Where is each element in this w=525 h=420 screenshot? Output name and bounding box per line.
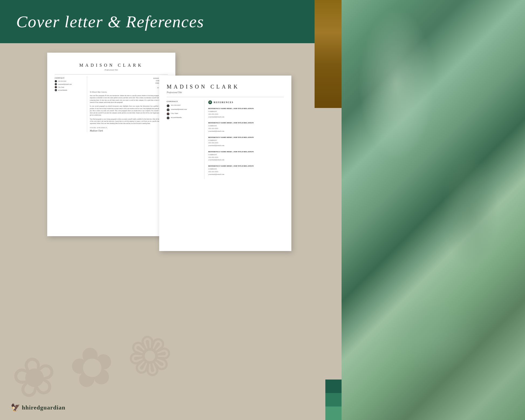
phone-icon: 📞 <box>55 80 57 82</box>
contact-location: 📍 City, State <box>55 86 85 88</box>
ref-phone-row: 📞 333.333.3333 <box>167 104 202 107</box>
ref-3-company: COMPANY <box>208 139 284 142</box>
references-divider <box>167 97 284 97</box>
recipient-address: STREET ADDRESS <box>90 82 168 84</box>
cover-letter-name: MADISON CLARK <box>55 63 168 68</box>
brown-strip <box>315 0 342 108</box>
ref-entry-1: REFERENCE NAME HERE | JOB TITLE/RELATION… <box>208 107 284 118</box>
logo-icon: 🦅 <box>11 403 20 412</box>
recipient-department: HUMAN RESOURCES <box>90 77 168 80</box>
cover-letter-columns: CONTACT 📞 333.333.3333 ✉ youremail@email… <box>55 76 168 132</box>
ref-5-name-title: REFERENCE NAME HERE | JOB TITLE/RELATION <box>208 165 284 167</box>
color-swatches <box>325 380 342 420</box>
ref-4-phone: 333-333-3333 <box>208 156 284 159</box>
email-icon: ✉ <box>55 83 57 85</box>
body-para-1: Start your first paragraph off with your… <box>90 94 168 103</box>
marble-background <box>342 0 525 420</box>
contact-label: CONTACT <box>55 77 85 79</box>
ref-entry-4: REFERENCE NAME HERE | JOB TITLE/RELATION… <box>208 151 284 161</box>
ref-5-email: youremail@email.com <box>208 173 284 176</box>
ref-email-icon: ✉ <box>167 109 169 111</box>
ref-5-phone: 333-333-3333 <box>208 170 284 173</box>
ref-2-company: COMPANY <box>208 124 284 127</box>
references-name: MADISON CLARK <box>167 84 284 90</box>
ref-linkedin: in/yourlinkedin <box>171 116 182 118</box>
ref-2-phone: 333-333-3333 <box>208 127 284 130</box>
ref-4-company: COMPANY <box>208 153 284 156</box>
ref-location-icon: 📍 <box>167 113 169 115</box>
ref-entry-2: REFERENCE NAME HERE | JOB TITLE/RELATION… <box>208 122 284 132</box>
cover-letter-divider <box>55 74 168 74</box>
references-professional-title: Professional Title <box>167 91 284 94</box>
swatch-mid <box>325 393 342 407</box>
closing: YOURS SINCERELY, <box>90 127 168 128</box>
cover-letter-contact-col: CONTACT 📞 333.333.3333 ✉ youremail@email… <box>55 76 87 132</box>
recipient-company: COMPANY NAME <box>90 80 168 82</box>
signature: Madison Clark <box>90 130 168 132</box>
linkedin-icon: in <box>55 89 57 91</box>
ref-5-company: COMPANY <box>208 168 284 170</box>
ref-3-email: youremail@email.com <box>208 144 284 147</box>
ref-email-row: ✉ youremail@email.com <box>167 108 202 111</box>
cover-letter-body-col: HUMAN RESOURCES COMPANY NAME STREET ADDR… <box>87 76 168 132</box>
references-icon: ❋ <box>208 100 212 104</box>
ref-phone-icon: 📞 <box>167 104 169 107</box>
ref-3-phone: 333-333-3333 <box>208 141 284 144</box>
ref-email: youremail@email.com <box>171 108 187 110</box>
ref-linkedin-row: in in/yourlinkedin <box>167 116 202 119</box>
references-document: MADISON CLARK Professional Title CONTACT… <box>159 76 291 251</box>
ref-4-email: youremail@email.com <box>208 158 284 161</box>
body-para-3: Your final paragraph or your closing par… <box>90 118 168 125</box>
references-contact-col: CONTACT 📞 333.333.3333 ✉ youremail@email… <box>167 100 204 179</box>
logo-text: hhiredguardian <box>22 404 66 411</box>
contact-phone: 📞 333.333.3333 <box>55 80 85 82</box>
cover-letter-document: MADISON CLARK Professional Title CONTACT… <box>47 53 175 236</box>
ref-1-company: COMPANY <box>208 110 284 113</box>
salutation: To Whom It May Concern, <box>90 91 168 93</box>
references-header: ❋ REFERENCES <box>208 100 284 104</box>
ref-location-row: 📍 City, State <box>167 112 202 115</box>
body-para-2: In your second paragraph you should inco… <box>90 105 168 116</box>
ref-entry-3: REFERENCE NAME HERE | JOB TITLE/RELATION… <box>208 136 284 147</box>
recipient-block: HUMAN RESOURCES COMPANY NAME STREET ADDR… <box>90 77 168 89</box>
ref-phone: 333.333.3333 <box>171 104 180 106</box>
location-icon: 📍 <box>55 86 57 88</box>
swatch-dark <box>325 380 342 393</box>
recipient-city-state: CITY, STATE <box>90 84 168 87</box>
references-list-col: ❋ REFERENCES REFERENCE NAME HERE | JOB T… <box>204 100 284 179</box>
ref-entry-5: REFERENCE NAME HERE | JOB TITLE/RELATION… <box>208 165 284 175</box>
ref-4-name-title: REFERENCE NAME HERE | JOB TITLE/RELATION <box>208 151 284 153</box>
ref-2-email: youremail@email.com <box>208 130 284 133</box>
ref-linkedin-icon: in <box>167 117 169 119</box>
logo-area: 🦅 hhiredguardian <box>11 403 66 412</box>
references-columns: CONTACT 📞 333.333.3333 ✉ youremail@email… <box>167 100 284 179</box>
banner-title: Cover letter & References <box>16 12 204 31</box>
ref-contact-label: CONTACT <box>167 100 202 103</box>
ref-location: City, State <box>171 112 178 114</box>
references-title: REFERENCES <box>214 101 234 104</box>
cover-letter-professional-title: Professional Title <box>55 69 168 71</box>
ref-1-name-title: REFERENCE NAME HERE | JOB TITLE/RELATION <box>208 107 284 110</box>
recipient-date: 10 MARCH 2020 <box>90 87 168 89</box>
ref-1-email: youremail@email.com <box>208 116 284 118</box>
ref-3-name-title: REFERENCE NAME HERE | JOB TITLE/RELATION <box>208 136 284 138</box>
swatch-light <box>325 407 342 420</box>
contact-email: ✉ youremail@email.com <box>55 83 85 85</box>
ref-1-phone: 333-333-3333 <box>208 113 284 116</box>
ref-2-name-title: REFERENCE NAME HERE | JOB TITLE/RELATION <box>208 122 284 124</box>
contact-linkedin: in in/yourlinkedin <box>55 89 85 91</box>
